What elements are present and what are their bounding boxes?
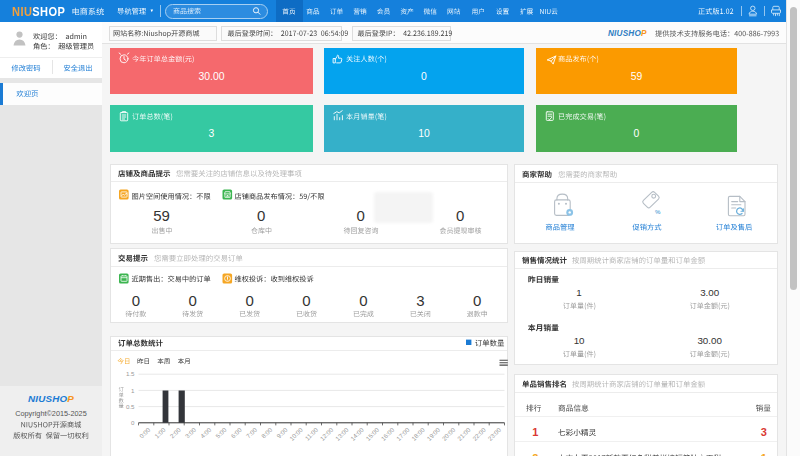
svg-text:19:00: 19:00 xyxy=(425,426,441,442)
svg-text:0.5: 0.5 xyxy=(126,403,135,410)
svg-text:1: 1 xyxy=(131,387,135,394)
svg-text:4:00: 4:00 xyxy=(199,426,213,440)
svg-text:1.5: 1.5 xyxy=(126,370,135,377)
svg-text:17:00: 17:00 xyxy=(395,426,411,442)
svg-text:14:00: 14:00 xyxy=(349,426,365,442)
svg-text:0:00: 0:00 xyxy=(138,426,152,440)
svg-text:23:00: 23:00 xyxy=(486,426,502,442)
svg-text:11:00: 11:00 xyxy=(304,426,320,442)
svg-text:16:00: 16:00 xyxy=(379,426,395,442)
svg-text:8:00: 8:00 xyxy=(260,426,274,440)
svg-text:13:00: 13:00 xyxy=(334,426,350,442)
svg-text:22:00: 22:00 xyxy=(471,426,487,442)
svg-text:1:00: 1:00 xyxy=(153,426,167,440)
svg-text:%: % xyxy=(655,208,661,215)
svg-text:15:00: 15:00 xyxy=(364,426,380,442)
svg-text:6:00: 6:00 xyxy=(229,426,243,440)
svg-text:10:00: 10:00 xyxy=(288,426,304,442)
svg-text:20:00: 20:00 xyxy=(440,426,456,442)
svg-text:9:00: 9:00 xyxy=(275,426,289,440)
svg-text:2:00: 2:00 xyxy=(168,426,182,440)
svg-text:5:00: 5:00 xyxy=(214,426,228,440)
svg-text:0: 0 xyxy=(131,419,135,426)
svg-text:3:00: 3:00 xyxy=(184,426,198,440)
svg-text:7:00: 7:00 xyxy=(245,426,259,440)
svg-text:18:00: 18:00 xyxy=(410,426,426,442)
svg-text:21:00: 21:00 xyxy=(456,426,472,442)
svg-text:12:00: 12:00 xyxy=(318,426,334,442)
